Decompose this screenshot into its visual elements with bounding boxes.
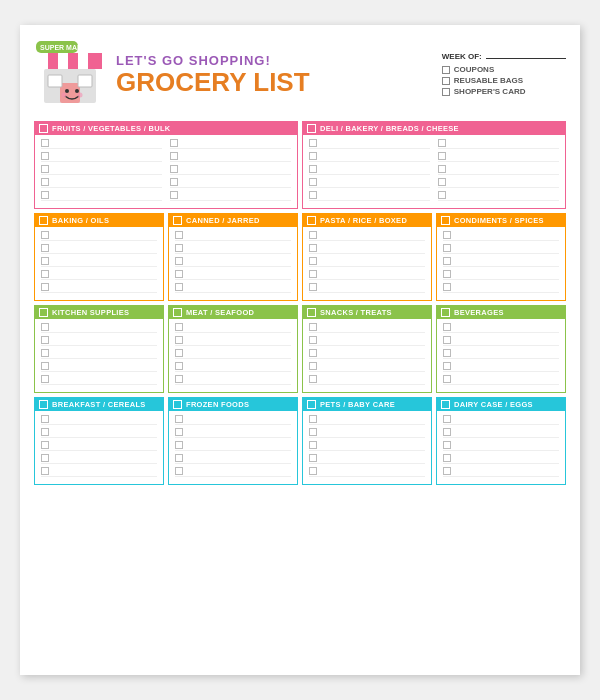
list-item <box>41 244 157 254</box>
frozen-header: FROZEN FOODS <box>169 398 297 411</box>
list-item <box>309 362 425 372</box>
coupon-check[interactable]: COUPONS <box>442 65 566 74</box>
list-item <box>175 283 291 293</box>
pets-cb[interactable] <box>307 400 316 409</box>
baking-cb[interactable] <box>39 216 48 225</box>
list-item <box>443 336 559 346</box>
section-snacks: SNACKS / TREATS <box>302 305 432 393</box>
frozen-label: FROZEN FOODS <box>186 400 249 409</box>
beverages-cb[interactable] <box>441 308 450 317</box>
list-item <box>41 191 162 201</box>
list-item <box>170 165 291 175</box>
list-item <box>170 178 291 188</box>
condiments-cb[interactable] <box>441 216 450 225</box>
list-item <box>175 467 291 477</box>
svg-rect-3 <box>38 53 48 69</box>
kitchen-body <box>35 319 163 392</box>
bags-check[interactable]: REUSABLE BAGS <box>442 76 566 85</box>
week-line <box>486 58 566 59</box>
canned-header: CANNED / JARRED <box>169 214 297 227</box>
list-item <box>41 428 157 438</box>
pets-body <box>303 411 431 484</box>
breakfast-body <box>35 411 163 484</box>
svg-rect-9 <box>78 75 92 87</box>
deli-header-checkbox[interactable] <box>307 124 316 133</box>
list-item <box>309 467 425 477</box>
list-item <box>309 178 430 188</box>
snacks-cb[interactable] <box>307 308 316 317</box>
canned-cb[interactable] <box>173 216 182 225</box>
section-condiments: CONDIMENTS / SPICES <box>436 213 566 301</box>
header-title: LET'S GO SHOPPING! GROCERY LIST <box>106 53 442 97</box>
list-item <box>309 441 425 451</box>
list-item <box>175 415 291 425</box>
list-item <box>175 375 291 385</box>
list-item <box>438 178 559 188</box>
snacks-body <box>303 319 431 392</box>
breakfast-cb[interactable] <box>39 400 48 409</box>
list-item <box>443 349 559 359</box>
pasta-cb[interactable] <box>307 216 316 225</box>
list-item <box>443 467 559 477</box>
row-3: KITCHEN SUPPLIES MEAT / SEAFOOD <box>34 305 566 393</box>
list-item <box>41 270 157 280</box>
list-item <box>309 415 425 425</box>
deli-label: DELI / BAKERY / BREADS / CHEESE <box>320 124 459 133</box>
fruits-header-checkbox[interactable] <box>39 124 48 133</box>
card-check[interactable]: SHOPPER'S CARD <box>442 87 566 96</box>
breakfast-label: BREAKFAST / CEREALS <box>52 400 146 409</box>
bags-checkbox[interactable] <box>442 77 450 85</box>
list-item <box>443 454 559 464</box>
list-item <box>309 428 425 438</box>
list-item <box>438 139 559 149</box>
list-item <box>41 454 157 464</box>
snacks-label: SNACKS / TREATS <box>320 308 392 317</box>
list-item <box>309 283 425 293</box>
list-item <box>309 152 430 162</box>
kitchen-label: KITCHEN SUPPLIES <box>52 308 129 317</box>
list-item <box>175 231 291 241</box>
list-item <box>41 375 157 385</box>
section-kitchen: KITCHEN SUPPLIES <box>34 305 164 393</box>
dairy-cb[interactable] <box>441 400 450 409</box>
dairy-header: DAIRY CASE / EGGS <box>437 398 565 411</box>
main-title: GROCERY LIST <box>116 68 442 97</box>
breakfast-header: BREAKFAST / CEREALS <box>35 398 163 411</box>
svg-point-12 <box>62 93 67 98</box>
svg-rect-8 <box>48 75 62 87</box>
meat-cb[interactable] <box>173 308 182 317</box>
row-1: FRUITS / VEGETABLES / BULK <box>34 121 566 209</box>
meat-body <box>169 319 297 392</box>
list-item <box>309 375 425 385</box>
list-item <box>41 349 157 359</box>
list-item <box>41 336 157 346</box>
list-item <box>175 441 291 451</box>
coupon-checkbox[interactable] <box>442 66 450 74</box>
card-checkbox[interactable] <box>442 88 450 96</box>
list-item <box>170 152 291 162</box>
list-item <box>41 323 157 333</box>
list-item <box>309 349 425 359</box>
bags-label: REUSABLE BAGS <box>454 76 523 85</box>
section-deli-header: DELI / BAKERY / BREADS / CHEESE <box>303 122 565 135</box>
list-item <box>443 415 559 425</box>
list-item <box>443 270 559 280</box>
header-right: WEEK OF: COUPONS REUSABLE BAGS SHOPPER'S… <box>442 52 566 98</box>
section-meat: MEAT / SEAFOOD <box>168 305 298 393</box>
dairy-body <box>437 411 565 484</box>
section-fruits-veg-header: FRUITS / VEGETABLES / BULK <box>35 122 297 135</box>
list-item <box>41 467 157 477</box>
list-item <box>41 283 157 293</box>
list-item <box>175 270 291 280</box>
fruits-col-2 <box>170 139 291 204</box>
kitchen-cb[interactable] <box>39 308 48 317</box>
condiments-header: CONDIMENTS / SPICES <box>437 214 565 227</box>
list-item <box>309 231 425 241</box>
list-item <box>309 244 425 254</box>
svg-point-13 <box>78 93 83 98</box>
list-item <box>309 270 425 280</box>
frozen-body <box>169 411 297 484</box>
frozen-cb[interactable] <box>173 400 182 409</box>
list-item <box>175 428 291 438</box>
card-label: SHOPPER'S CARD <box>454 87 526 96</box>
